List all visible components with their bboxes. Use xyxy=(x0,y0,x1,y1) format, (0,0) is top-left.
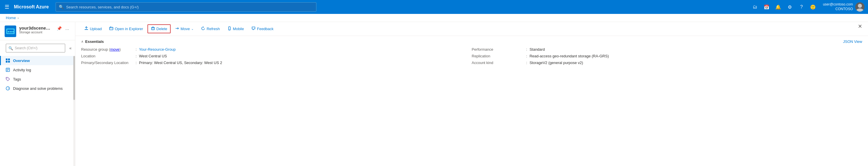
resource-actions: 📌 … xyxy=(56,26,70,31)
mobile-label: Mobile xyxy=(233,27,244,31)
cloud-shell-icon[interactable]: 🗂 xyxy=(750,2,760,12)
svg-point-15 xyxy=(7,78,7,78)
svg-rect-9 xyxy=(6,61,7,63)
essentials-row-replication: Replication : Read-access geo-redundant … xyxy=(472,54,862,58)
svg-text:?: ? xyxy=(7,87,9,90)
search-icon: 🔍 xyxy=(59,5,64,9)
overview-icon xyxy=(5,58,10,63)
svg-rect-8 xyxy=(8,59,10,60)
sidebar-search[interactable]: 🔍 xyxy=(6,44,65,53)
feedback-button[interactable]: Feedback xyxy=(248,25,277,33)
svg-rect-10 xyxy=(8,61,10,63)
resource-group-label: Resource group (move) xyxy=(81,47,133,52)
svg-point-1 xyxy=(856,8,864,11)
sidebar-item-tags[interactable]: Tags xyxy=(0,74,75,84)
breadcrumb-separator: › xyxy=(18,16,19,20)
resource-type: Storage account xyxy=(19,30,53,34)
essentials-row-location: Location : West Central US xyxy=(81,54,472,58)
delete-button[interactable]: Delete xyxy=(148,24,171,33)
replication-label: Replication xyxy=(472,54,524,58)
json-view-link[interactable]: JSON View xyxy=(843,39,862,44)
sidebar-item-overview[interactable]: Overview xyxy=(0,56,75,65)
resource-name: your3dsceneStorage xyxy=(19,26,53,30)
refresh-icon xyxy=(201,26,205,31)
account-kind-label: Account kind xyxy=(472,61,524,65)
global-search[interactable]: 🔍 xyxy=(56,2,316,11)
resource-header: your3dsceneStorage Storage account 📌 … xyxy=(0,22,75,40)
resource-icon xyxy=(5,26,16,37)
sidebar-item-activity-log[interactable]: Activity log xyxy=(0,65,75,74)
feedback-label: Feedback xyxy=(257,27,274,31)
resource-group-value: Your-Resource-Group xyxy=(139,47,176,52)
feedback-icon-btn xyxy=(251,26,255,31)
move-button[interactable]: Move ⌄ xyxy=(172,25,197,33)
sidebar-item-overview-label: Overview xyxy=(13,59,30,63)
breadcrumb: Home › xyxy=(0,14,868,22)
primary-secondary-value: Primary: West Central US, Secondary: Wes… xyxy=(139,61,222,65)
svg-rect-18 xyxy=(85,29,88,30)
help-icon[interactable]: ? xyxy=(796,2,807,12)
sidebar-nav: Overview Activity log Tags ? Diagnose an… xyxy=(0,56,75,166)
settings-icon[interactable]: ⚙ xyxy=(784,2,795,12)
open-explorer-label: Open in Explorer xyxy=(115,27,143,31)
essentials-title: Essentials xyxy=(85,39,104,44)
search-input[interactable] xyxy=(66,5,313,9)
hamburger-menu-icon[interactable]: ☰ xyxy=(3,3,10,11)
resource-title-block: your3dsceneStorage Storage account xyxy=(19,26,53,34)
essentials-section: ∧ Essentials JSON View Resource group (m… xyxy=(75,36,868,166)
pin-button[interactable]: 📌 xyxy=(56,26,63,31)
essentials-row-account-kind: Account kind : StorageV2 (general purpos… xyxy=(472,61,862,65)
tags-icon xyxy=(5,77,10,81)
sidebar-item-tags-label: Tags xyxy=(13,77,21,81)
content-area: Upload Open in Explorer Delete Move xyxy=(75,22,868,166)
activity-log-icon xyxy=(5,67,10,72)
account-kind-value: StorageV2 (general purpose v2) xyxy=(530,61,583,65)
app-logo: Microsoft Azure xyxy=(14,4,49,9)
feedback-icon[interactable]: 🙂 xyxy=(808,2,818,12)
user-tenant: CONTOSO xyxy=(823,7,853,11)
topbar-icon-group: 🗂 📅 🔔 ⚙ ? 🙂 xyxy=(750,2,818,12)
sidebar-item-diagnose-label: Diagnose and solve problems xyxy=(13,86,63,91)
sidebar-search-row: 🔍 « xyxy=(0,40,75,56)
upload-icon xyxy=(84,26,88,31)
sidebar-item-activity-log-label: Activity log xyxy=(13,68,31,72)
toolbar: Upload Open in Explorer Delete Move xyxy=(75,22,868,36)
move-link[interactable]: move xyxy=(110,47,119,52)
sidebar-item-diagnose[interactable]: ? Diagnose and solve problems xyxy=(0,84,75,93)
sidebar-scrollbar-thumb xyxy=(73,56,75,100)
primary-secondary-label: Primary/Secondary Location xyxy=(81,61,133,65)
svg-rect-4 xyxy=(7,31,9,32)
upload-button[interactable]: Upload xyxy=(81,25,105,33)
move-chevron-icon: ⌄ xyxy=(191,27,193,30)
open-explorer-button[interactable]: Open in Explorer xyxy=(106,25,146,33)
user-avatar xyxy=(855,2,865,11)
user-email: user@contoso.com xyxy=(823,2,853,7)
essentials-row-primary-secondary: Primary/Secondary Location : Primary: We… xyxy=(81,61,472,65)
close-button[interactable]: ✕ xyxy=(858,23,862,30)
main-layout: your3dsceneStorage Storage account 📌 … 🔍… xyxy=(0,22,868,166)
user-menu[interactable]: user@contoso.com CONTOSO xyxy=(823,2,865,11)
location-value: West Central US xyxy=(139,54,167,58)
svg-rect-21 xyxy=(152,28,154,30)
sidebar-collapse-button[interactable]: « xyxy=(68,44,73,52)
delete-icon xyxy=(151,26,155,31)
move-label: Move xyxy=(181,27,190,31)
notifications-icon[interactable]: 🔔 xyxy=(773,2,783,12)
directory-icon[interactable]: 📅 xyxy=(762,2,772,12)
svg-point-0 xyxy=(858,4,862,8)
essentials-left-col: Resource group (move) : Your-Resource-Gr… xyxy=(81,47,472,65)
more-actions-button[interactable]: … xyxy=(64,26,70,31)
upload-label: Upload xyxy=(90,27,102,31)
essentials-header: ∧ Essentials JSON View xyxy=(81,39,862,44)
svg-rect-6 xyxy=(12,31,13,32)
breadcrumb-home[interactable]: Home xyxy=(6,15,16,20)
refresh-button[interactable]: Refresh xyxy=(198,25,223,33)
essentials-toggle[interactable]: ∧ xyxy=(81,40,84,43)
sidebar-scrollbar[interactable] xyxy=(73,56,75,166)
sidebar-search-input[interactable] xyxy=(15,46,63,50)
essentials-row-performance: Performance : Standard xyxy=(472,47,862,52)
delete-label: Delete xyxy=(156,27,167,31)
resource-group-link[interactable]: Your-Resource-Group xyxy=(139,47,176,52)
sidebar: your3dsceneStorage Storage account 📌 … 🔍… xyxy=(0,22,75,166)
mobile-button[interactable]: Mobile xyxy=(224,25,247,33)
